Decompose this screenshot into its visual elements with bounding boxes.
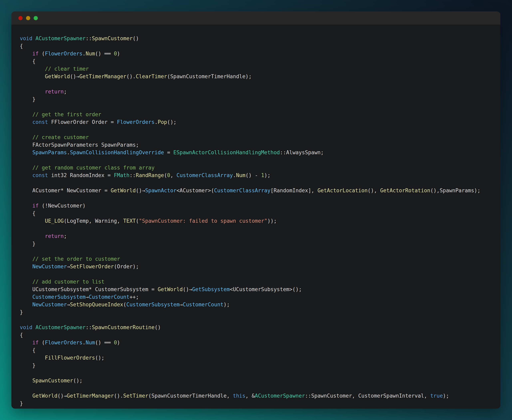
code-token: →: [86, 294, 89, 300]
code-token: , &: [245, 393, 255, 399]
code-token: FlowerOrders: [117, 119, 155, 125]
code-token: // set the order to customer: [32, 256, 120, 262]
code-token: () ══: [95, 340, 114, 345]
code-token: [20, 256, 32, 262]
code-token: ): [117, 51, 120, 57]
code-token: [20, 150, 32, 156]
code-token: () ══: [95, 51, 114, 57]
code-token: ));: [267, 218, 277, 224]
code-token: SpawnCustomer: [32, 378, 73, 383]
code-token: ACustomer* NewCustomer =: [20, 188, 111, 194]
code-token: ,: [170, 172, 176, 178]
code-token: (: [164, 172, 167, 178]
code-line: [20, 248, 495, 255]
code-token: [20, 301, 32, 308]
code-token: this: [233, 393, 245, 399]
zoom-button[interactable]: [34, 16, 38, 20]
code-line: [20, 80, 495, 88]
code-line: {: [20, 42, 495, 50]
code-token: →: [67, 301, 70, 308]
code-line: [20, 384, 495, 392]
code-token: ACustomerSpawner: [35, 324, 85, 330]
code-token: }: [20, 96, 35, 102]
code-token: .: [155, 119, 158, 125]
code-token: GetTimerManager: [79, 74, 126, 79]
code-token: int32 RandomIndex =: [48, 172, 114, 178]
code-token: UE_LOG: [45, 218, 64, 224]
code-token: 0: [167, 172, 170, 178]
code-token: CustomerClassArray: [177, 172, 233, 178]
code-token: (: [136, 218, 139, 224]
code-token: [20, 51, 32, 57]
code-token: SetTimer: [123, 393, 148, 399]
code-token: CustomerClassArray: [214, 188, 271, 194]
code-token: ().: [114, 393, 123, 399]
code-token: Num: [236, 172, 245, 178]
close-button[interactable]: [18, 16, 23, 20]
code-token: // create customer: [32, 134, 89, 140]
code-token: <ACustomer>(: [177, 188, 214, 194]
code-token: ().: [126, 74, 136, 79]
code-token: TEXT: [123, 218, 136, 224]
code-token: [20, 263, 32, 270]
code-token: FActorSpawnParameters SpawnParams;: [20, 142, 139, 148]
code-token: ACustomerSpawner: [35, 35, 85, 41]
code-line: const int32 RandomIndex = FMath::RandRan…: [20, 172, 495, 179]
code-line: CustomerSubsystem→CustomerCount++;: [20, 293, 495, 301]
code-token: [20, 112, 32, 117]
code-token: ::AlwaysSpawn;: [280, 150, 324, 156]
code-token: return: [45, 233, 64, 239]
code-token: (): [155, 324, 161, 330]
code-line: [20, 194, 495, 202]
code-token: }: [20, 400, 23, 406]
code-token: [20, 393, 32, 399]
code-line: // create customer: [20, 134, 495, 141]
code-token: [20, 172, 32, 178]
code-token: [20, 119, 32, 125]
code-token: FlowerOrders: [45, 340, 83, 345]
code-token: GetWorld: [158, 286, 183, 292]
code-line: [20, 156, 495, 164]
code-line: NewCustomer→SetShopQueueIndex(CustomerSu…: [20, 301, 495, 308]
code-line: // get the first order: [20, 111, 495, 118]
code-line: {: [20, 346, 495, 354]
code-token: .: [233, 172, 236, 178]
code-line: FillFlowerOrders();: [20, 354, 495, 361]
code-line: ACustomer* NewCustomer = GetWorld()→Spaw…: [20, 187, 495, 194]
code-token: SpawnParams: [32, 150, 67, 156]
code-token: }: [20, 309, 23, 315]
code-token: {: [20, 210, 35, 216]
code-token: ()→: [183, 286, 192, 292]
code-area: void ACustomerSpawner::SpawnCustomer(){ …: [11, 25, 500, 409]
code-line: GetWorld()→GetTimerManager().ClearTimer(…: [20, 73, 495, 80]
code-token: GetActorLocation: [317, 188, 368, 194]
code-token: const: [32, 119, 48, 125]
code-token: (: [39, 340, 45, 345]
window-titlebar: [11, 11, 500, 25]
code-token: ();: [95, 355, 105, 361]
code-line: {: [20, 57, 495, 65]
minimize-button[interactable]: [26, 16, 30, 20]
code-token: (),SpawnParams);: [430, 188, 480, 194]
code-line: }: [20, 361, 495, 369]
code-token: (LogTemp, Warning,: [64, 218, 123, 224]
code-token: FillFlowerOrders: [45, 355, 95, 361]
code-token: ;: [64, 89, 67, 95]
code-token: SpawnCustomer: [92, 35, 133, 41]
code-token: ()→: [70, 74, 79, 79]
code-token: // clear timer: [45, 66, 89, 72]
code-token: Num: [86, 51, 95, 57]
code-token: FlowerOrders: [45, 51, 83, 57]
code-token: }: [20, 362, 35, 368]
code-token: =: [164, 150, 173, 156]
code-line: [20, 316, 495, 323]
code-token: if: [32, 340, 39, 345]
code-token: [RandomIndex],: [271, 188, 317, 194]
code-token: [20, 134, 32, 140]
code-line: [20, 225, 495, 232]
code-token: →: [67, 263, 70, 270]
code-token: [20, 66, 45, 72]
code-token: SpawnCustomerRoutine: [92, 324, 155, 330]
code-token: ()→: [136, 188, 145, 194]
code-line: UCustomerSubsystem* CustomerSubsystem = …: [20, 285, 495, 293]
